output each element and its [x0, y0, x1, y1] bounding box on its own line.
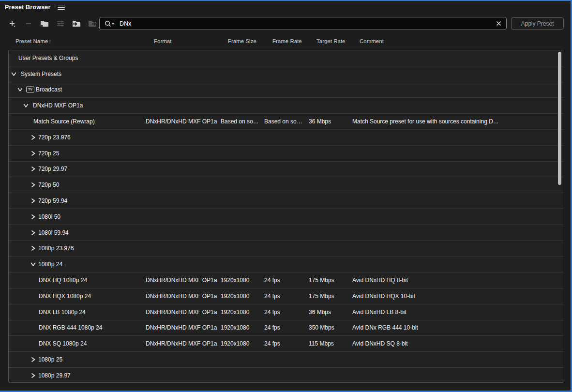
- preset-row[interactable]: 1080p 25: [9, 352, 564, 368]
- chevron-icon[interactable]: [30, 373, 36, 378]
- preset-comment: Avid DNx RGB 444 10-bit: [352, 324, 418, 331]
- column-header-comment[interactable]: Comment: [360, 38, 384, 44]
- sliders-icon: [56, 20, 65, 28]
- preset-row[interactable]: 1080p 24: [9, 256, 564, 272]
- column-header-preset-name[interactable]: Preset Name: [15, 38, 48, 44]
- chevron-icon[interactable]: [30, 198, 36, 204]
- search-input[interactable]: DNx: [99, 17, 507, 30]
- preset-frame-rate: 24 fps: [264, 293, 280, 300]
- column-header-frame-size[interactable]: Frame Size: [228, 38, 256, 44]
- chevron-icon[interactable]: [30, 214, 36, 219]
- preset-list: User Presets & Groups System Presets TV …: [8, 50, 564, 383]
- preset-row[interactable]: 1080i 50: [9, 209, 564, 225]
- preset-name: DNX HQ 1080p 24: [39, 277, 87, 284]
- preset-row[interactable]: Match Source (Rewrap) DNxHR/DNxHD MXF OP…: [9, 114, 564, 130]
- panel-title: Preset Browser: [5, 4, 51, 11]
- preset-frame-rate: 24 fps: [264, 277, 280, 284]
- preset-row[interactable]: 720p 25: [9, 146, 564, 162]
- preset-row[interactable]: 1080p 23.976: [9, 241, 564, 257]
- plus-with-caret-icon: [8, 19, 17, 28]
- preset-format: DNxHR/DNxHD MXF OP1a: [146, 277, 217, 284]
- preset-name: System Presets: [21, 71, 61, 77]
- folder-import-icon: [72, 19, 81, 28]
- chevron-icon[interactable]: [30, 135, 36, 140]
- chevron-icon[interactable]: [17, 87, 23, 92]
- preset-name: DNX RGB 444 1080p 24: [39, 324, 102, 331]
- folder-export-icon: [88, 19, 97, 28]
- column-header-target-rate[interactable]: Target Rate: [316, 38, 345, 44]
- minus-icon: [24, 19, 33, 28]
- chevron-icon[interactable]: [30, 151, 36, 156]
- preset-comment: Avid DNxHD HQ 8-bit: [352, 277, 408, 284]
- vertical-scrollbar-thumb[interactable]: [558, 52, 561, 185]
- import-presets-button[interactable]: [71, 18, 82, 30]
- preset-frame-size: 1920x1080: [221, 340, 249, 347]
- preset-settings-button[interactable]: [55, 18, 66, 30]
- preset-name: Match Source (Rewrap): [33, 118, 95, 125]
- preset-frame-rate: Based on so…: [264, 118, 302, 125]
- panel-menu-icon[interactable]: [58, 5, 65, 10]
- preset-name: User Presets & Groups: [18, 55, 78, 61]
- search-value[interactable]: DNx: [120, 20, 496, 27]
- sort-ascending-icon[interactable]: ↑: [48, 38, 51, 45]
- column-header-frame-rate[interactable]: Frame Rate: [272, 38, 302, 44]
- preset-name: 1080p 25: [38, 356, 62, 363]
- preset-name: 720p 50: [38, 181, 59, 188]
- new-preset-group-button[interactable]: [39, 18, 50, 30]
- export-presets-button[interactable]: [87, 18, 98, 30]
- preset-frame-size: 1920x1080: [221, 309, 249, 316]
- preset-row[interactable]: DNX RGB 444 1080p 24 DNxHR/DNxHD MXF OP1…: [9, 320, 564, 336]
- preset-comment: Avid DNxHD SQ 8-bit: [352, 340, 407, 347]
- chevron-icon[interactable]: [30, 262, 36, 267]
- preset-row[interactable]: 720p 29.97: [9, 162, 564, 178]
- preset-row[interactable]: 720p 50: [9, 177, 564, 193]
- preset-row[interactable]: User Presets & Groups: [9, 50, 564, 66]
- preset-comment: Match Source preset for use with sources…: [352, 118, 499, 125]
- preset-name: 1080i 50: [38, 213, 60, 220]
- preset-name: 1080p 29.97: [38, 372, 71, 379]
- preset-target-rate: 36 Mbps: [309, 309, 331, 316]
- preset-row[interactable]: System Presets: [9, 66, 564, 82]
- preset-frame-size: 1920x1080: [221, 277, 249, 284]
- preset-row[interactable]: DNxHD MXF OP1a: [9, 98, 564, 114]
- chevron-icon[interactable]: [30, 166, 36, 172]
- chevron-icon[interactable]: [30, 246, 36, 251]
- apply-preset-button[interactable]: Apply Preset: [511, 17, 564, 30]
- preset-row[interactable]: DNX LB 1080p 24 DNxHR/DNxHD MXF OP1a 192…: [9, 304, 564, 320]
- preset-name: 720p 25: [38, 150, 59, 157]
- chevron-icon[interactable]: [30, 230, 36, 235]
- preset-frame-rate: 24 fps: [264, 340, 280, 347]
- chevron-icon[interactable]: [23, 103, 29, 108]
- preset-name: DNX SQ 1080p 24: [39, 340, 87, 347]
- preset-row[interactable]: 720p 59.94: [9, 193, 564, 209]
- preset-row[interactable]: DNX HQX 1080p 24 DNxHR/DNxHD MXF OP1a 19…: [9, 288, 564, 304]
- preset-row[interactable]: DNX HQ 1080p 24 DNxHR/DNxHD MXF OP1a 192…: [9, 272, 564, 288]
- preset-row[interactable]: 1080p 29.97: [9, 368, 564, 383]
- preset-format: DNxHR/DNxHD MXF OP1a: [146, 309, 217, 316]
- search-icon[interactable]: [105, 20, 115, 27]
- preset-format: DNxHR/DNxHD MXF OP1a: [146, 324, 217, 331]
- preset-row[interactable]: 1080i 59.94: [9, 225, 564, 241]
- chevron-icon[interactable]: [30, 182, 36, 188]
- chevron-icon[interactable]: [11, 71, 16, 76]
- preset-comment: Avid DNxHD LB 8-bit: [352, 309, 406, 316]
- remove-preset-button[interactable]: [23, 18, 34, 30]
- preset-row[interactable]: TV Broadcast: [9, 82, 564, 98]
- chevron-icon[interactable]: [30, 357, 36, 362]
- clear-search-icon[interactable]: [496, 21, 501, 26]
- column-header-format[interactable]: Format: [154, 38, 171, 44]
- preset-target-rate: 175 Mbps: [309, 277, 334, 284]
- preset-name: Broadcast: [36, 86, 62, 93]
- add-preset-button[interactable]: [7, 18, 18, 30]
- preset-name: 720p 59.94: [38, 197, 67, 204]
- preset-format: DNxHR/DNxHD MXF OP1a: [146, 340, 217, 347]
- preset-row[interactable]: 720p 23.976: [9, 130, 564, 146]
- column-header-row: Preset Name ↑ Format Frame Size Frame Ra…: [0, 38, 572, 46]
- preset-target-rate: 115 Mbps: [309, 340, 334, 347]
- preset-comment: Avid DNxHD HQX 10-bit: [352, 293, 415, 300]
- preset-target-rate: 36 Mbps: [309, 118, 331, 125]
- preset-row[interactable]: DNX SQ 1080p 24 DNxHR/DNxHD MXF OP1a 192…: [9, 336, 564, 352]
- preset-name: 720p 29.97: [38, 166, 67, 172]
- tv-icon: TV: [26, 87, 34, 93]
- preset-frame-size: Based on so…: [221, 118, 259, 125]
